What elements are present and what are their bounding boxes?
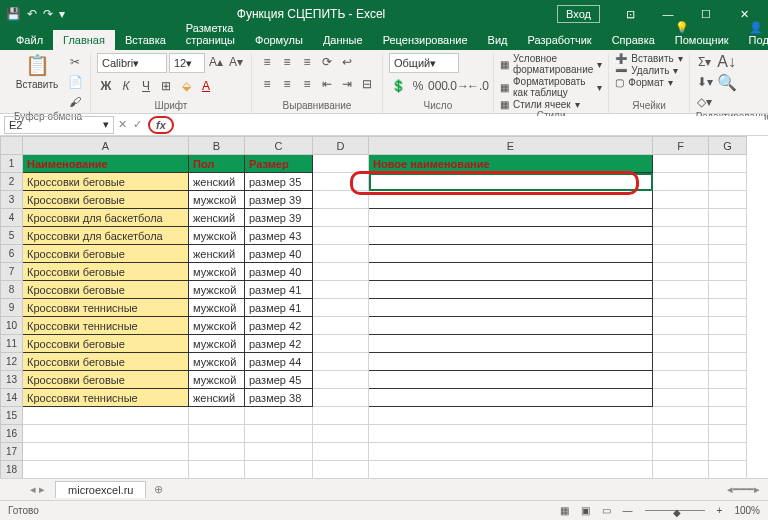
cell[interactable]: мужской [189,353,245,371]
cell[interactable]: размер 41 [245,299,313,317]
cell[interactable] [369,443,653,461]
cell[interactable] [313,245,369,263]
cell[interactable] [369,299,653,317]
cell[interactable] [709,227,747,245]
cell[interactable] [709,353,747,371]
cell[interactable]: мужской [189,263,245,281]
cell[interactable]: мужской [189,191,245,209]
cell[interactable]: Кроссовки беговые [23,173,189,191]
number-format[interactable]: Общий ▾ [389,53,459,73]
cell[interactable]: Кроссовки беговые [23,335,189,353]
row-header[interactable]: 13 [1,371,23,389]
cell[interactable] [709,389,747,407]
tell-me[interactable]: 💡 Помощник [665,17,739,50]
cell[interactable]: Кроссовки беговые [23,371,189,389]
cell[interactable] [709,173,747,191]
cell[interactable]: Кроссовки для баскетбола [23,227,189,245]
cell[interactable] [369,173,653,191]
cell[interactable] [369,245,653,263]
border-icon[interactable]: ⊞ [157,77,175,95]
autosum-icon[interactable]: Σ▾ [696,53,714,71]
insert-cells[interactable]: ➕ Вставить ▾ [615,53,682,64]
font-size[interactable]: 12 ▾ [169,53,205,73]
row-header[interactable]: 14 [1,389,23,407]
cell[interactable]: Размер [245,155,313,173]
row-header[interactable]: 4 [1,209,23,227]
row-header[interactable]: 5 [1,227,23,245]
dec-dec-icon[interactable]: ←.0 [469,77,487,95]
cell[interactable]: Новое наименование [369,155,653,173]
align-left-icon[interactable]: ≡ [258,75,276,93]
cell[interactable] [653,263,709,281]
cell[interactable] [653,281,709,299]
cell[interactable] [653,227,709,245]
cell[interactable] [709,425,747,443]
cell[interactable] [709,209,747,227]
font-color-icon[interactable]: A [197,77,215,95]
cell[interactable] [369,263,653,281]
cell[interactable] [653,191,709,209]
col-header[interactable]: D [313,137,369,155]
cell[interactable] [369,425,653,443]
align-mid-icon[interactable]: ≡ [278,53,296,71]
cell[interactable] [369,335,653,353]
cell[interactable] [709,245,747,263]
cell[interactable] [189,425,245,443]
fill-color-icon[interactable]: ⬙ [177,77,195,95]
col-header[interactable]: A [23,137,189,155]
row-header[interactable]: 18 [1,461,23,479]
cell[interactable] [653,245,709,263]
row-header[interactable]: 12 [1,353,23,371]
align-top-icon[interactable]: ≡ [258,53,276,71]
zoom-level[interactable]: 100% [734,505,760,516]
cell[interactable]: Кроссовки беговые [23,281,189,299]
cell[interactable] [313,371,369,389]
dec-inc-icon[interactable]: .0→ [449,77,467,95]
align-bot-icon[interactable]: ≡ [298,53,316,71]
cell[interactable] [313,407,369,425]
cell[interactable] [369,371,653,389]
cancel-icon[interactable]: ✕ [118,118,127,131]
merge-icon[interactable]: ⊟ [358,75,376,93]
cell[interactable] [653,407,709,425]
bold-icon[interactable]: Ж [97,77,115,95]
cell[interactable] [709,371,747,389]
cell[interactable]: размер 39 [245,209,313,227]
fill-icon[interactable]: ⬇▾ [696,73,714,91]
cell[interactable]: Кроссовки беговые [23,191,189,209]
row-header[interactable]: 11 [1,335,23,353]
cell[interactable]: мужской [189,335,245,353]
save-icon[interactable]: 💾 [6,7,21,21]
paste-button[interactable]: 📋Вставить [12,53,62,90]
cell[interactable]: женский [189,389,245,407]
cell[interactable]: Кроссовки беговые [23,353,189,371]
cell[interactable]: женский [189,245,245,263]
tab-view[interactable]: Вид [478,30,518,50]
cell[interactable] [313,155,369,173]
cell[interactable] [369,191,653,209]
clear-icon[interactable]: ◇▾ [696,93,714,111]
cell[interactable]: размер 43 [245,227,313,245]
cell[interactable] [709,335,747,353]
cell[interactable]: мужской [189,371,245,389]
cell[interactable] [23,443,189,461]
format-painter-icon[interactable]: 🖌 [66,93,84,111]
tab-home[interactable]: Главная [53,30,115,50]
cell[interactable] [23,407,189,425]
row-header[interactable]: 15 [1,407,23,425]
cell[interactable] [653,461,709,479]
cell[interactable] [369,407,653,425]
col-header[interactable]: E [369,137,653,155]
cell[interactable] [709,461,747,479]
align-right-icon[interactable]: ≡ [298,75,316,93]
view-pagebreak-icon[interactable]: ▭ [602,505,611,516]
conditional-formatting[interactable]: ▦ Условное форматирование ▾ [500,53,602,75]
cell[interactable] [653,371,709,389]
cell[interactable]: Кроссовки теннисные [23,389,189,407]
italic-icon[interactable]: К [117,77,135,95]
tab-formulas[interactable]: Формулы [245,30,313,50]
cell[interactable] [709,443,747,461]
cell[interactable] [189,407,245,425]
cell[interactable]: Кроссовки беговые [23,245,189,263]
view-pagelayout-icon[interactable]: ▣ [581,505,590,516]
